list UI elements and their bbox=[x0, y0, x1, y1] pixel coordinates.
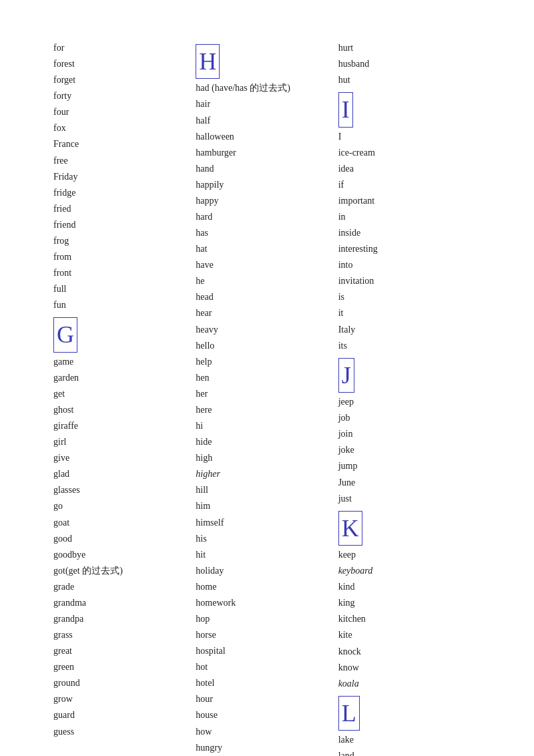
word-item: just bbox=[338, 491, 481, 507]
word-item: glad bbox=[53, 466, 196, 482]
word-item: hurt bbox=[338, 40, 481, 56]
word-item: know bbox=[338, 660, 481, 676]
word-item: homework bbox=[196, 595, 338, 611]
column-1: forforestforgetfortyfourfoxFrancefreeFri… bbox=[53, 40, 196, 740]
word-item: hard bbox=[196, 209, 338, 225]
word-item: grandma bbox=[53, 595, 196, 611]
word-item: husband bbox=[338, 56, 481, 72]
word-item: ghost bbox=[53, 402, 196, 418]
word-item: France bbox=[53, 136, 196, 152]
section-letter-i: I bbox=[338, 92, 353, 127]
word-item: girl bbox=[53, 434, 196, 450]
word-item: hamburger bbox=[196, 145, 338, 161]
word-item: give bbox=[53, 450, 196, 466]
word-item: happily bbox=[196, 177, 338, 193]
word-item: joke bbox=[338, 442, 481, 458]
word-item: he bbox=[196, 273, 338, 289]
word-item: goodbye bbox=[53, 547, 196, 563]
word-item: hit bbox=[196, 547, 338, 563]
word-item: hotel bbox=[196, 675, 338, 691]
word-item: ice-cream bbox=[338, 145, 481, 161]
word-item: hear bbox=[196, 305, 338, 321]
word-item: hospital bbox=[196, 643, 338, 659]
word-item: get bbox=[53, 386, 196, 402]
word-item: friend bbox=[53, 217, 196, 233]
word-item: Friday bbox=[53, 169, 196, 185]
word-item: hi bbox=[196, 418, 338, 434]
word-item: king bbox=[338, 595, 481, 611]
word-item: in bbox=[338, 209, 481, 225]
word-item: is bbox=[338, 289, 481, 305]
word-item: hill bbox=[196, 482, 338, 498]
word-item: got(get 的过去式) bbox=[53, 563, 196, 579]
word-item: grade bbox=[53, 579, 196, 595]
word-item: fridge bbox=[53, 185, 196, 201]
word-item: hair bbox=[196, 96, 338, 112]
word-item: fun bbox=[53, 297, 196, 313]
word-item: have bbox=[196, 257, 338, 273]
word-item: hen bbox=[196, 370, 338, 386]
word-item: guess bbox=[53, 724, 196, 740]
word-item: grandpa bbox=[53, 611, 196, 627]
word-item: himself bbox=[196, 515, 338, 531]
column-2: Hhad (have/has 的过去式)hairhalfhalloweenham… bbox=[196, 40, 338, 756]
word-item: from bbox=[53, 249, 196, 265]
word-item: hello bbox=[196, 338, 338, 354]
word-item: holiday bbox=[196, 563, 338, 579]
word-item: grass bbox=[53, 627, 196, 643]
word-item: heavy bbox=[196, 322, 338, 338]
word-item: good bbox=[53, 531, 196, 547]
word-item: horse bbox=[196, 627, 338, 643]
word-item: how bbox=[196, 724, 338, 740]
word-item: into bbox=[338, 257, 481, 273]
word-item: invitation bbox=[338, 273, 481, 289]
word-item: forty bbox=[53, 88, 196, 104]
section-letter-j: J bbox=[338, 358, 354, 393]
word-item: hide bbox=[196, 434, 338, 450]
word-item: hot bbox=[196, 659, 338, 675]
word-item: Italy bbox=[338, 322, 481, 338]
word-item: head bbox=[196, 289, 338, 305]
word-item: if bbox=[338, 177, 481, 193]
word-item: hungry bbox=[196, 740, 338, 756]
word-item: join bbox=[338, 426, 481, 442]
word-item: higher bbox=[196, 466, 338, 482]
word-item: house bbox=[196, 707, 338, 723]
word-item: inside bbox=[338, 225, 481, 241]
page: forforestforgetfortyfourfoxFrancefreeFri… bbox=[0, 0, 534, 756]
word-item: kitchen bbox=[338, 611, 481, 627]
word-item: has bbox=[196, 225, 338, 241]
word-item: important bbox=[338, 193, 481, 209]
word-item: half bbox=[196, 113, 338, 129]
word-item: hour bbox=[196, 691, 338, 707]
word-item: ground bbox=[53, 675, 196, 691]
word-item: his bbox=[196, 531, 338, 547]
word-item: garden bbox=[53, 370, 196, 386]
word-item: it bbox=[338, 305, 481, 321]
word-item: kite bbox=[338, 627, 481, 643]
word-item: him bbox=[196, 498, 338, 514]
word-item: for bbox=[53, 40, 196, 56]
word-item: hat bbox=[196, 241, 338, 257]
word-list-columns: forforestforgetfortyfourfoxFrancefreeFri… bbox=[53, 40, 481, 756]
word-item: land bbox=[338, 748, 481, 756]
word-item: game bbox=[53, 354, 196, 370]
word-item: home bbox=[196, 579, 338, 595]
word-item: full bbox=[53, 281, 196, 297]
word-item: green bbox=[53, 659, 196, 675]
section-letter-g: G bbox=[53, 317, 77, 352]
word-item: guard bbox=[53, 707, 196, 723]
word-item: koala bbox=[338, 676, 481, 692]
word-item: glasses bbox=[53, 482, 196, 498]
word-item: her bbox=[196, 386, 338, 402]
word-item: giraffe bbox=[53, 418, 196, 434]
word-item: forget bbox=[53, 72, 196, 88]
word-item: fox bbox=[53, 120, 196, 136]
word-item: here bbox=[196, 402, 338, 418]
word-item: its bbox=[338, 338, 481, 354]
word-item: fried bbox=[53, 201, 196, 217]
word-item: keyboard bbox=[338, 563, 481, 579]
word-item: go bbox=[53, 498, 196, 514]
word-item: lake bbox=[338, 732, 481, 748]
word-item: grow bbox=[53, 691, 196, 707]
